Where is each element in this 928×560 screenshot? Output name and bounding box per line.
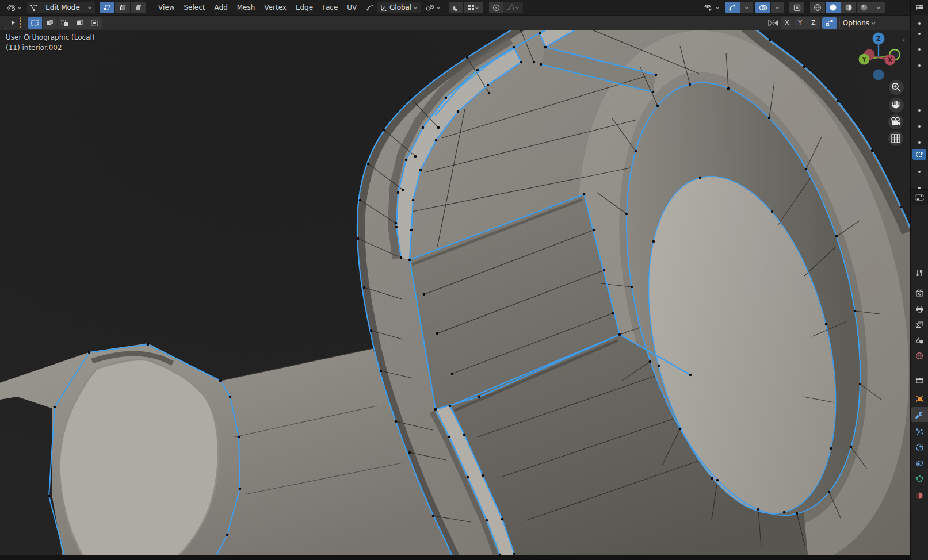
proportional-editing-icon: [492, 4, 500, 11]
shading-material-button[interactable]: [841, 2, 856, 13]
right-panel: [910, 0, 928, 560]
pivot-point-dropdown[interactable]: [423, 2, 444, 13]
options-dropdown[interactable]: Options: [839, 17, 879, 29]
overlays-dropdown[interactable]: [771, 2, 784, 13]
select-invert-icon: [76, 20, 83, 26]
pan-button[interactable]: [889, 98, 904, 113]
select-mode-intersect-button[interactable]: [87, 17, 102, 29]
outliner-item-dot[interactable]: [918, 125, 921, 128]
tab-world[interactable]: [911, 348, 928, 363]
menu-mesh[interactable]: Mesh: [232, 2, 260, 13]
editor-type-button[interactable]: [3, 2, 25, 13]
menu-edge[interactable]: Edge: [291, 2, 318, 13]
tube-end-cap-face: [59, 359, 218, 560]
svg-text:Y: Y: [861, 56, 866, 63]
mode-label: Edit Mode: [45, 3, 80, 11]
select-mode-extend-button[interactable]: [43, 17, 57, 29]
outliner-header[interactable]: [911, 0, 928, 15]
menu-select[interactable]: Select: [179, 2, 209, 13]
menu-uv[interactable]: UV: [342, 2, 361, 13]
tab-collection[interactable]: [911, 373, 928, 388]
outliner-item-dot[interactable]: [918, 22, 921, 25]
tab-render[interactable]: [911, 285, 928, 300]
mirror-x-toggle[interactable]: X: [781, 17, 793, 29]
zoom-button[interactable]: [889, 80, 904, 95]
select-mode-subtract-button[interactable]: [58, 17, 72, 29]
edge-select-mode-button[interactable]: [115, 2, 130, 13]
object-visibility-dropdown[interactable]: [701, 2, 723, 13]
mirror-y-toggle[interactable]: Y: [794, 17, 807, 29]
snap-symmetry-toggle[interactable]: [822, 17, 837, 29]
tab-object-data[interactable]: [911, 471, 928, 486]
tab-scene[interactable]: [911, 333, 928, 348]
select-subtract-icon: [61, 20, 68, 26]
tab-view-layer[interactable]: [911, 317, 928, 332]
snap-with-dropdown[interactable]: [464, 2, 483, 13]
magnet-icon: [452, 4, 460, 11]
menu-add[interactable]: Add: [210, 2, 232, 13]
snap-toggle-button[interactable]: [449, 2, 463, 13]
viewport-bottom-edge: [0, 555, 911, 560]
tab-particles[interactable]: [911, 424, 928, 439]
chevron-down-icon: [744, 5, 749, 10]
outliner-active-object[interactable]: [912, 149, 926, 160]
arc-tool-icon: [366, 4, 375, 11]
symmetry-snap-icon: [826, 19, 834, 26]
select-mode-invert-button[interactable]: [72, 17, 87, 29]
tab-physics[interactable]: [911, 440, 928, 455]
menu-vertex[interactable]: Vertex: [259, 2, 291, 13]
editor-3d-viewport-icon: [6, 3, 16, 11]
shading-dropdown[interactable]: [872, 2, 885, 13]
edit-mode-icon: [30, 4, 38, 11]
vertex-select-mode-button[interactable]: [100, 2, 114, 13]
active-tool-button[interactable]: [5, 17, 21, 29]
outliner-item-dot[interactable]: [918, 109, 921, 112]
shading-solid-button[interactable]: [826, 2, 841, 13]
xray-toggle[interactable]: [789, 2, 804, 13]
mode-dropdown[interactable]: Edit Mode: [27, 2, 95, 13]
outliner-item-dot[interactable]: [918, 48, 921, 51]
tab-constraints[interactable]: [911, 456, 928, 471]
show-gizmo-toggle[interactable]: [725, 2, 740, 13]
outliner-item-dot[interactable]: [918, 171, 921, 173]
transform-orientation-dropdown[interactable]: Global: [377, 2, 421, 13]
grid-persp-button[interactable]: [888, 131, 903, 146]
proportional-falloff-dropdown[interactable]: [503, 2, 523, 13]
mirror-z-toggle[interactable]: Z: [807, 17, 820, 29]
scene-icon: [915, 337, 924, 344]
shading-rendered-button[interactable]: [857, 2, 872, 13]
outliner-item-dot[interactable]: [918, 64, 921, 67]
outliner-item-dot[interactable]: [918, 33, 921, 35]
tab-object[interactable]: [911, 391, 928, 406]
properties-header[interactable]: [911, 190, 928, 205]
outliner-item-dot[interactable]: [918, 141, 921, 144]
tool-settings-header: X Y Z Options: [0, 16, 911, 30]
xray-icon: [793, 4, 801, 11]
chevron-down-icon: [775, 5, 780, 10]
gizmo-z-neg-axis[interactable]: [873, 70, 884, 80]
sidebar-toggle-arrow[interactable]: ‹: [902, 36, 905, 44]
show-overlays-toggle[interactable]: [755, 2, 770, 13]
shading-wireframe-button[interactable]: [810, 2, 825, 13]
svg-text:X: X: [888, 57, 892, 63]
face-select-mode-button[interactable]: [131, 2, 146, 13]
proportional-editing-toggle[interactable]: [489, 2, 503, 13]
menu-view[interactable]: View: [154, 2, 179, 13]
particles-icon: [915, 428, 924, 436]
viewport-header: Edit Mode View Select Add: [0, 0, 911, 16]
camera-view-button[interactable]: [888, 114, 903, 129]
constraints-icon: [915, 459, 924, 467]
falloff-curve-icon: [507, 4, 515, 11]
select-mode-set-button[interactable]: [28, 17, 42, 29]
viewport-3d[interactable]: User Orthographic (Local) (11) interior.…: [0, 0, 911, 560]
menu-face[interactable]: Face: [318, 2, 342, 13]
viewport-info-line1: User Orthographic (Local): [6, 33, 95, 41]
pivot-point-icon: [426, 4, 434, 11]
tab-output[interactable]: [911, 301, 928, 316]
navigation-gizmo[interactable]: Z Y X: [859, 33, 900, 80]
tab-tool[interactable]: [911, 266, 928, 281]
tab-modifiers[interactable]: [911, 407, 928, 422]
viewport-gizmos: Z Y X: [850, 30, 910, 151]
gizmo-dropdown[interactable]: [740, 2, 753, 13]
tab-material[interactable]: [911, 488, 928, 503]
